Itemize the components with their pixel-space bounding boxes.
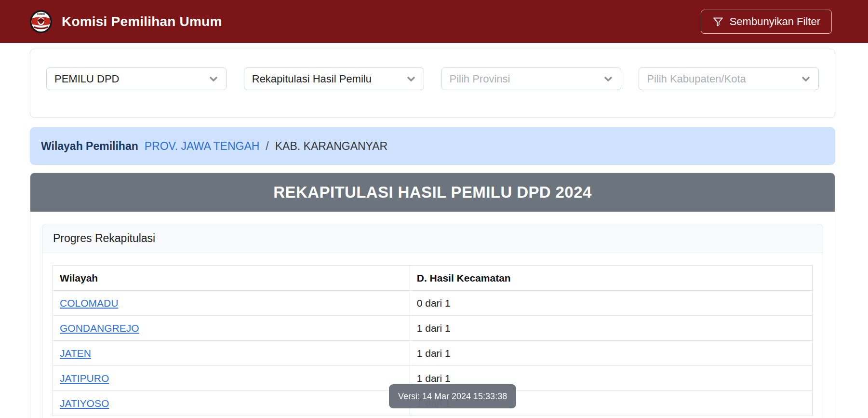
- table-row: COLOMADU0 dari 1: [53, 291, 813, 316]
- wilayah-cell: GONDANGREJO: [53, 316, 410, 341]
- recap-card: REKAPITULASI HASIL PEMILU DPD 2024 Progr…: [30, 173, 835, 418]
- province-placeholder: Pilih Provinsi: [450, 73, 600, 85]
- brand-title: Komisi Pemilihan Umum: [62, 14, 222, 29]
- recap-banner: REKAPITULASI HASIL PEMILU DPD 2024: [30, 173, 835, 212]
- regency-select[interactable]: Pilih Kabupaten/Kota: [639, 67, 819, 90]
- province-select[interactable]: Pilih Provinsi: [441, 67, 622, 90]
- hide-filter-label: Sembunyikan Filter: [730, 15, 820, 28]
- wilayah-cell: COLOMADU: [53, 291, 410, 316]
- hasil-kecamatan-cell: 1 dari 1: [410, 341, 812, 366]
- wilayah-cell: JATIYOSO: [53, 391, 410, 416]
- report-type-select[interactable]: Rekapitulasi Hasil Pemilu: [244, 67, 424, 90]
- filter-row: PEMILU DPD Rekapitulasi Hasil Pemilu Pil…: [46, 67, 819, 90]
- version-toast-text: Versi: 14 Mar 2024 15:33:38: [398, 391, 507, 402]
- hide-filter-button[interactable]: Sembunyikan Filter: [701, 10, 832, 34]
- column-header-wilayah: Wilayah: [53, 266, 410, 291]
- breadcrumb-separator: /: [266, 140, 268, 153]
- filter-funnel-icon: [712, 16, 724, 27]
- wilayah-link[interactable]: JATIYOSO: [60, 398, 109, 409]
- table-header-row: Wilayah D. Hasil Kecamatan: [53, 266, 813, 291]
- recap-title: REKAPITULASI HASIL PEMILU DPD 2024: [273, 183, 591, 202]
- svg-text:KOMISI: KOMISI: [37, 13, 45, 15]
- wilayah-link[interactable]: GONDANGREJO: [60, 323, 139, 334]
- table-row: GONDANGREJO1 dari 1: [53, 316, 813, 341]
- breadcrumb-label: Wilayah Pemilihan: [41, 140, 138, 153]
- filter-panel: PEMILU DPD Rekapitulasi Hasil Pemilu Pil…: [30, 49, 835, 118]
- column-header-hasil-kecamatan: D. Hasil Kecamatan: [410, 266, 812, 291]
- wilayah-link[interactable]: COLOMADU: [60, 297, 118, 309]
- version-toast: Versi: 14 Mar 2024 15:33:38: [389, 384, 516, 408]
- regency-placeholder: Pilih Kabupaten/Kota: [647, 73, 797, 85]
- election-type-select[interactable]: PEMILU DPD: [46, 67, 227, 90]
- hasil-kecamatan-cell: 1 dari 1: [410, 316, 812, 341]
- progress-card-title: Progres Rekapitulasi: [42, 224, 823, 253]
- wilayah-cell: JATIPURO: [53, 366, 410, 391]
- page-container: PEMILU DPD Rekapitulasi Hasil Pemilu Pil…: [0, 49, 868, 418]
- report-type-value: Rekapitulasi Hasil Pemilu: [252, 73, 402, 85]
- chevron-down-icon: [209, 74, 218, 84]
- wilayah-link[interactable]: JATEN: [60, 348, 91, 359]
- chevron-down-icon: [406, 74, 416, 84]
- breadcrumb-current: KAB. KARANGANYAR: [275, 140, 387, 153]
- app-header: KOMISI Komisi Pemilihan Umum Sembunyikan…: [0, 0, 868, 43]
- hasil-kecamatan-cell: 0 dari 1: [410, 291, 812, 316]
- chevron-down-icon: [603, 74, 613, 84]
- chevron-down-icon: [801, 74, 811, 84]
- breadcrumb: Wilayah Pemilihan PROV. JAWA TENGAH / KA…: [30, 127, 835, 165]
- table-row: JATEN1 dari 1: [53, 341, 813, 366]
- election-type-value: PEMILU DPD: [54, 73, 205, 85]
- kpu-logo: KOMISI: [29, 10, 53, 34]
- wilayah-cell: JATEN: [53, 341, 410, 366]
- breadcrumb-province-link[interactable]: PROV. JAWA TENGAH: [145, 140, 260, 153]
- wilayah-link[interactable]: JATIPURO: [60, 373, 109, 384]
